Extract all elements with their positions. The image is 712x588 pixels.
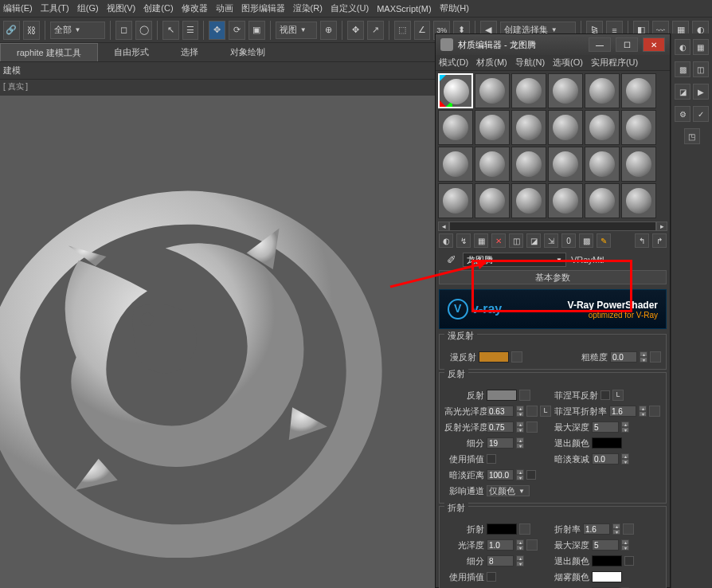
refr-exit-swatch[interactable] bbox=[592, 555, 622, 566]
menu-group[interactable]: 组(G) bbox=[77, 2, 99, 14]
sample-slot[interactable] bbox=[548, 73, 583, 108]
snap-move-icon[interactable]: ✥ bbox=[347, 21, 364, 40]
affect-select[interactable]: 仅颜色▼ bbox=[487, 485, 530, 496]
me-menu-options[interactable]: 选项(O) bbox=[553, 57, 583, 69]
rotate-icon[interactable]: ⟳ bbox=[229, 21, 245, 40]
sample-slot[interactable] bbox=[585, 183, 620, 218]
spinner-arrows[interactable]: ▴▾ bbox=[621, 421, 629, 433]
material-editor-titlebar[interactable]: 材质编辑器 - 龙图腾 — ☐ ✕ bbox=[436, 34, 670, 55]
go-parent-icon[interactable]: ↰ bbox=[635, 233, 649, 248]
refr-interp-checkbox[interactable] bbox=[487, 572, 496, 582]
go-sibling-icon[interactable]: ↱ bbox=[652, 233, 667, 248]
background-icon[interactable]: ▩ bbox=[675, 61, 690, 77]
sample-slot[interactable] bbox=[585, 73, 620, 108]
roughness-map-button[interactable] bbox=[650, 351, 661, 363]
diffuse-swatch[interactable] bbox=[479, 351, 509, 363]
video-color-icon[interactable]: ◪ bbox=[675, 84, 690, 100]
refl-gloss-map-button[interactable] bbox=[526, 421, 538, 433]
reflect-swatch[interactable] bbox=[487, 390, 517, 401]
unlink-icon[interactable]: ⛓ bbox=[23, 21, 40, 40]
sample-slot[interactable] bbox=[475, 147, 510, 182]
menu-tools[interactable]: 工具(T) bbox=[41, 2, 69, 14]
get-material-icon[interactable]: ◐ bbox=[439, 233, 453, 248]
spinner-arrows[interactable]: ▴▾ bbox=[639, 406, 647, 417]
spinner-arrows[interactable]: ▴▾ bbox=[516, 555, 524, 566]
scale-icon[interactable]: ▣ bbox=[248, 21, 265, 40]
roughness-spinner[interactable]: 0.0 bbox=[610, 351, 637, 363]
sample-slot[interactable] bbox=[511, 110, 546, 145]
refract-swatch[interactable] bbox=[487, 523, 517, 535]
select-name-icon[interactable]: ☰ bbox=[182, 21, 199, 40]
sample-slot[interactable] bbox=[511, 183, 546, 218]
sample-slot[interactable] bbox=[548, 110, 583, 145]
select-rect-icon[interactable]: ◻ bbox=[115, 21, 132, 40]
menu-render[interactable]: 渲染(R) bbox=[293, 2, 323, 14]
dim-dist-checkbox[interactable] bbox=[526, 470, 536, 480]
snap-toggle-icon[interactable]: ⬚ bbox=[394, 21, 411, 40]
menu-animation[interactable]: 动画 bbox=[216, 2, 233, 14]
select-icon[interactable]: ↖ bbox=[162, 21, 179, 40]
rollout-basic-params[interactable]: 基本参数 bbox=[439, 270, 667, 284]
spinner-arrows[interactable]: ▴▾ bbox=[621, 453, 629, 465]
hilight-gloss-spinner[interactable]: 0.63 bbox=[487, 406, 514, 417]
move-icon[interactable]: ✥ bbox=[209, 21, 225, 40]
ribbon-tab-selection[interactable]: 选择 bbox=[165, 43, 214, 61]
snap-constraint-icon[interactable]: ↗ bbox=[367, 21, 384, 40]
fresnel-checkbox[interactable] bbox=[601, 390, 610, 400]
sample-slot[interactable] bbox=[585, 110, 620, 145]
show-map-icon[interactable]: ▩ bbox=[579, 233, 593, 248]
menu-views[interactable]: 视图(V) bbox=[107, 2, 136, 14]
material-name-input[interactable]: 龙图腾▼ bbox=[463, 253, 566, 267]
exit-color-swatch[interactable] bbox=[592, 437, 622, 449]
reflect-gloss-spinner[interactable]: 0.75 bbox=[487, 421, 514, 433]
fog-color-swatch[interactable] bbox=[592, 571, 622, 582]
refr-maxdepth-spinner[interactable]: 5 bbox=[592, 539, 619, 551]
ribbon-tab-paint[interactable]: 对象绘制 bbox=[214, 43, 281, 61]
me-menu-nav[interactable]: 导航(N) bbox=[515, 57, 545, 69]
sample-slot[interactable] bbox=[621, 73, 656, 108]
pivot-icon[interactable]: ⊕ bbox=[320, 21, 337, 40]
ior-spinner[interactable]: 1.6 bbox=[583, 523, 610, 535]
sphere-preview-icon[interactable]: ◐ bbox=[675, 39, 690, 55]
spinner-arrows[interactable]: ▴▾ bbox=[621, 539, 629, 551]
spinner-arrows[interactable]: ▴▾ bbox=[516, 539, 524, 551]
spinner-arrows[interactable]: ▴▾ bbox=[612, 523, 620, 535]
sample-slot[interactable] bbox=[438, 147, 473, 182]
make-copy-icon[interactable]: ◫ bbox=[509, 233, 523, 248]
me-menu-utils[interactable]: 实用程序(U) bbox=[591, 57, 638, 69]
ior-map[interactable] bbox=[623, 523, 634, 535]
sample-slot[interactable] bbox=[475, 183, 510, 218]
sample-slot-1[interactable] bbox=[438, 73, 473, 108]
sample-slot[interactable] bbox=[475, 73, 510, 108]
ribbon-tab-freeform[interactable]: 自由形式 bbox=[98, 43, 165, 61]
spinner-arrows[interactable]: ▴▾ bbox=[516, 437, 524, 449]
coord-dropdown[interactable]: 视图▼ bbox=[276, 22, 318, 39]
sample-slot[interactable] bbox=[621, 147, 656, 182]
menu-customize[interactable]: 自定义(U) bbox=[331, 2, 369, 14]
make-unique-icon[interactable]: ◪ bbox=[526, 233, 541, 248]
make-preview-icon[interactable]: ▶ bbox=[693, 84, 709, 100]
material-map-nav-icon[interactable]: ◳ bbox=[684, 128, 700, 144]
menu-modifiers[interactable]: 修改器 bbox=[182, 2, 208, 14]
me-menu-material[interactable]: 材质(M) bbox=[476, 57, 507, 69]
scroll-left-icon[interactable]: ◂ bbox=[438, 221, 449, 231]
sample-slot[interactable] bbox=[475, 110, 510, 145]
subdiv-spinner[interactable]: 19 bbox=[487, 437, 514, 449]
hilight-map-button[interactable] bbox=[526, 406, 538, 417]
angle-snap-icon[interactable]: ∠ bbox=[414, 21, 431, 40]
dim-dist-spinner[interactable]: 100.0 bbox=[487, 469, 514, 480]
refr-gloss-spinner[interactable]: 1.0 bbox=[487, 539, 514, 551]
reflect-map-button[interactable] bbox=[519, 390, 530, 401]
sample-slot[interactable] bbox=[548, 147, 583, 182]
spinner-arrows[interactable]: ▴▾ bbox=[640, 351, 647, 363]
put-to-lib-icon[interactable]: ⇲ bbox=[544, 233, 558, 248]
select-by-mat-icon[interactable]: ✓ bbox=[693, 106, 709, 122]
backlight-icon[interactable]: ▦ bbox=[693, 39, 709, 55]
link-icon[interactable]: 🔗 bbox=[3, 21, 20, 40]
menu-graph[interactable]: 图形编辑器 bbox=[241, 2, 285, 14]
refr-exit-checkbox[interactable] bbox=[624, 556, 634, 566]
maximize-button[interactable]: ☐ bbox=[616, 37, 638, 52]
refract-map-button[interactable] bbox=[519, 523, 530, 535]
viewport[interactable] bbox=[0, 96, 435, 588]
use-interp-checkbox[interactable] bbox=[487, 454, 496, 464]
